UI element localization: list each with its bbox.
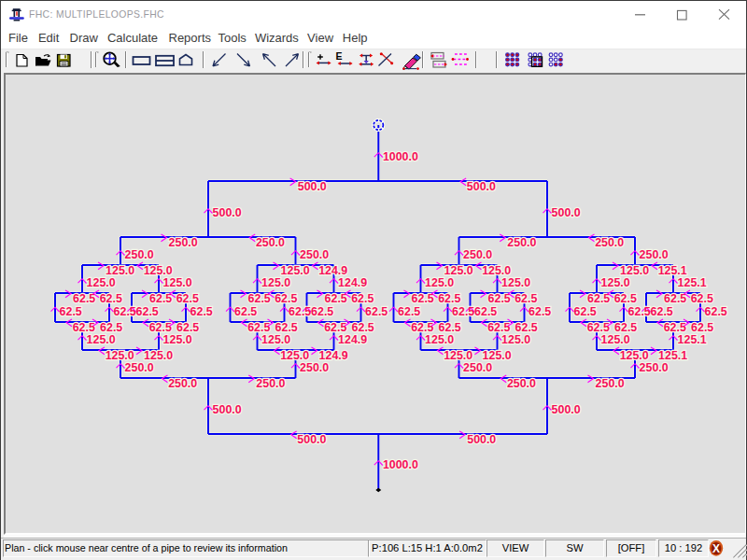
svg-text:62.5: 62.5 — [176, 321, 199, 334]
svg-text:1000.0: 1000.0 — [383, 458, 418, 471]
svg-text:125.0: 125.0 — [620, 349, 649, 362]
svg-text:125.0: 125.0 — [501, 276, 530, 289]
svg-text:62.5: 62.5 — [275, 321, 298, 334]
svg-text:62.5: 62.5 — [247, 321, 270, 334]
svg-text:62.5: 62.5 — [529, 305, 551, 318]
svg-text:62.5: 62.5 — [614, 321, 637, 334]
svg-text:62.5: 62.5 — [365, 305, 388, 318]
svg-text:250.0: 250.0 — [507, 377, 536, 390]
svg-text:250.0: 250.0 — [256, 377, 285, 390]
svg-text:250.0: 250.0 — [507, 236, 536, 249]
svg-text:62.5: 62.5 — [100, 321, 122, 334]
svg-text:62.5: 62.5 — [488, 292, 511, 305]
svg-text:62.5: 62.5 — [351, 292, 374, 305]
svg-text:62.5: 62.5 — [664, 292, 686, 305]
svg-text:125.0: 125.0 — [482, 264, 511, 277]
svg-text:124.9: 124.9 — [318, 264, 347, 277]
svg-text:62.5: 62.5 — [691, 292, 713, 305]
svg-text:250.0: 250.0 — [169, 236, 198, 249]
svg-text:62.5: 62.5 — [176, 292, 199, 305]
svg-text:62.5: 62.5 — [438, 292, 460, 305]
svg-text:62.5: 62.5 — [149, 292, 172, 305]
svg-text:250.0: 250.0 — [168, 377, 197, 390]
svg-text:500.0: 500.0 — [213, 403, 242, 416]
svg-text:125.0: 125.0 — [106, 349, 134, 362]
svg-text:500.0: 500.0 — [297, 433, 326, 446]
svg-text:125.0: 125.0 — [483, 349, 512, 362]
svg-text:125.0: 125.0 — [601, 333, 630, 346]
svg-text:62.5: 62.5 — [114, 305, 136, 318]
svg-text:125.0: 125.0 — [261, 276, 290, 289]
svg-text:124.9: 124.9 — [338, 276, 367, 289]
svg-text:125.0: 125.0 — [87, 276, 116, 289]
svg-text:125.0: 125.0 — [601, 276, 630, 289]
svg-text:62.5: 62.5 — [325, 292, 347, 305]
svg-text:500.0: 500.0 — [467, 433, 496, 446]
svg-text:250.0: 250.0 — [125, 361, 154, 374]
svg-text:125.0: 125.0 — [425, 333, 454, 346]
svg-text:62.5: 62.5 — [149, 321, 172, 334]
svg-text:125.0: 125.0 — [444, 349, 472, 362]
svg-text:62.5: 62.5 — [514, 292, 537, 305]
svg-text:62.5: 62.5 — [73, 321, 95, 334]
svg-text:62.5: 62.5 — [628, 305, 651, 318]
svg-text:62.5: 62.5 — [73, 292, 95, 305]
svg-text:125.0: 125.0 — [144, 349, 173, 362]
svg-text:125.1: 125.1 — [678, 276, 707, 289]
svg-text:250.0: 250.0 — [640, 248, 669, 261]
svg-text:125.0: 125.0 — [620, 264, 649, 277]
svg-text:500.0: 500.0 — [213, 206, 242, 219]
svg-text:125.0: 125.0 — [280, 349, 309, 362]
svg-text:250.0: 250.0 — [595, 236, 624, 249]
svg-text:62.5: 62.5 — [691, 321, 713, 334]
svg-text:500.0: 500.0 — [552, 206, 581, 219]
svg-text:62.5: 62.5 — [60, 305, 82, 318]
svg-text:1000.0: 1000.0 — [383, 150, 418, 163]
svg-text:500.0: 500.0 — [298, 180, 327, 193]
svg-text:62.5: 62.5 — [664, 321, 686, 334]
svg-text:62.5: 62.5 — [651, 305, 673, 318]
svg-text:124.9: 124.9 — [319, 349, 348, 362]
svg-text:62.5: 62.5 — [474, 305, 497, 318]
svg-text:125.1: 125.1 — [658, 349, 687, 362]
svg-text:125.0: 125.0 — [501, 333, 530, 346]
svg-text:125.0: 125.0 — [87, 333, 116, 346]
svg-text:62.5: 62.5 — [352, 321, 374, 334]
svg-text:250.0: 250.0 — [125, 248, 154, 261]
svg-text:62.5: 62.5 — [411, 321, 433, 334]
svg-text:500.0: 500.0 — [467, 180, 496, 193]
svg-text:62.5: 62.5 — [136, 305, 159, 318]
svg-text:62.5: 62.5 — [515, 321, 538, 334]
svg-text:62.5: 62.5 — [289, 305, 311, 318]
svg-text:125.1: 125.1 — [658, 264, 687, 277]
svg-text:250.0: 250.0 — [463, 248, 492, 261]
svg-text:62.5: 62.5 — [412, 292, 434, 305]
svg-text:250.0: 250.0 — [640, 361, 669, 374]
svg-text:62.5: 62.5 — [324, 321, 346, 334]
svg-text:250.0: 250.0 — [463, 361, 492, 374]
svg-text:62.5: 62.5 — [439, 321, 461, 334]
svg-text:62.5: 62.5 — [234, 305, 257, 318]
svg-text:62.5: 62.5 — [275, 292, 297, 305]
svg-text:125.0: 125.0 — [261, 333, 290, 346]
svg-text:62.5: 62.5 — [587, 292, 610, 305]
svg-text:62.5: 62.5 — [705, 305, 727, 318]
svg-text:62.5: 62.5 — [487, 321, 510, 334]
svg-text:250.0: 250.0 — [256, 236, 285, 249]
svg-text:125.0: 125.0 — [144, 264, 173, 277]
svg-text:62.5: 62.5 — [248, 292, 271, 305]
svg-text:62.5: 62.5 — [398, 305, 420, 318]
svg-text:62.5: 62.5 — [614, 292, 637, 305]
svg-text:250.0: 250.0 — [300, 248, 329, 261]
svg-text:125.0: 125.0 — [425, 276, 454, 289]
svg-text:62.5: 62.5 — [574, 305, 597, 318]
svg-text:62.5: 62.5 — [587, 321, 610, 334]
svg-text:62.5: 62.5 — [452, 305, 474, 318]
svg-text:125.0: 125.0 — [163, 276, 192, 289]
svg-text:125.0: 125.0 — [281, 264, 310, 277]
svg-text:125.0: 125.0 — [444, 264, 473, 277]
svg-text:124.9: 124.9 — [338, 333, 367, 346]
svg-text:125.0: 125.0 — [106, 264, 134, 277]
svg-text:125.0: 125.0 — [163, 333, 192, 346]
svg-text:500.0: 500.0 — [552, 403, 581, 416]
